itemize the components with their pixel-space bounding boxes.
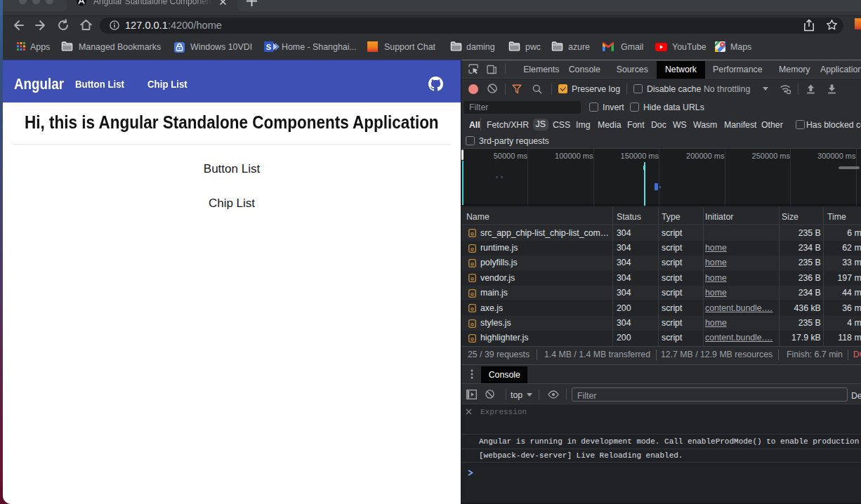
svg-text:S: S	[266, 43, 271, 51]
